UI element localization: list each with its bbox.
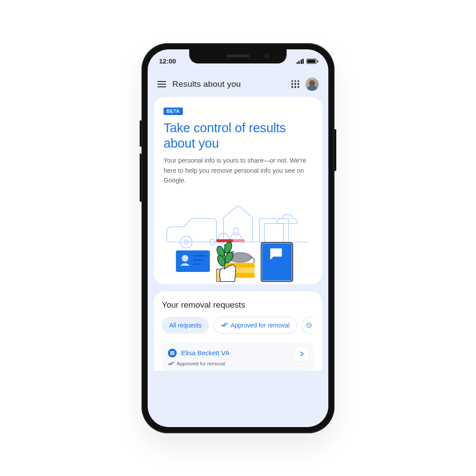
beta-badge: BETA xyxy=(164,108,183,115)
hero-subtitle: Your personal info is yours to share—or … xyxy=(164,156,312,185)
menu-icon[interactable] xyxy=(157,81,166,87)
status-time: 12:00 xyxy=(159,57,176,65)
double-check-icon xyxy=(168,361,174,366)
request-name: Elisa Beckett VA xyxy=(181,349,230,357)
page-title: Results about you xyxy=(172,79,285,89)
app-bar: Results about you xyxy=(154,75,322,97)
hero-card: BETA Take control of results about you Y… xyxy=(154,97,322,284)
list-icon xyxy=(168,349,177,357)
svg-rect-6 xyxy=(233,239,245,242)
svg-rect-4 xyxy=(264,223,283,242)
account-avatar[interactable] xyxy=(305,78,319,91)
svg-point-10 xyxy=(182,255,188,261)
phone-frame: 12:00 Results about you BETA Take contro… xyxy=(141,43,335,433)
apps-grid-icon[interactable] xyxy=(291,80,299,88)
svg-rect-9 xyxy=(176,250,210,272)
notch xyxy=(189,49,286,63)
battery-icon xyxy=(306,59,317,64)
chip-overflow[interactable] xyxy=(301,317,312,334)
chevron-right-icon xyxy=(300,351,304,357)
open-request-button[interactable] xyxy=(295,347,309,361)
svg-rect-3 xyxy=(260,219,289,242)
requests-heading: Your removal requests xyxy=(162,300,314,310)
chip-approved[interactable]: Approved for removal xyxy=(213,317,297,334)
hero-illustration xyxy=(164,192,312,284)
requests-section: Your removal requests All requests Appro… xyxy=(154,291,322,371)
request-status: Approved for removal xyxy=(177,361,225,366)
filter-chips: All requests Approved for removal xyxy=(162,317,314,335)
chip-all-requests[interactable]: All requests xyxy=(162,317,209,334)
screen: 12:00 Results about you BETA Take contro… xyxy=(148,49,328,427)
hero-title: Take control of results about you xyxy=(164,120,312,152)
svg-rect-5 xyxy=(216,239,233,242)
cellular-signal-icon xyxy=(297,59,304,64)
double-check-icon xyxy=(221,322,228,329)
request-card[interactable]: Elisa Beckett VA Approved for removal xyxy=(162,342,314,371)
